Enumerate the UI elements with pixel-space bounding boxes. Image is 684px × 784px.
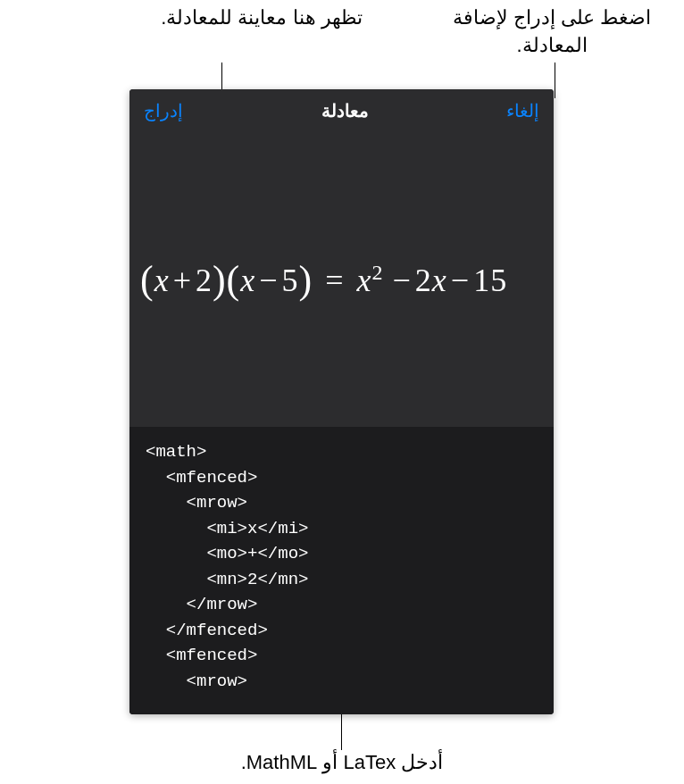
op-minus: −: [259, 263, 278, 298]
var-x: x: [154, 263, 170, 298]
equation-preview: (x+2)(x−5) = x2−2x−15: [129, 132, 554, 427]
callout-leader-line: [555, 63, 555, 98]
num-15: 15: [473, 263, 507, 298]
paren-close: ): [213, 258, 227, 302]
num-2: 2: [415, 263, 432, 298]
var-x: x: [357, 263, 372, 298]
equation-dialog: إلغاء معادلة إدراج (x+2)(x−5) = x2−2x−15…: [129, 89, 554, 714]
op-minus: −: [451, 263, 470, 298]
dialog-header: إلغاء معادلة إدراج: [129, 89, 554, 132]
var-x: x: [432, 263, 447, 298]
op-plus: +: [173, 263, 192, 298]
num-2: 2: [196, 263, 213, 298]
op-equals: =: [325, 263, 344, 298]
dialog-title: معادلة: [321, 100, 369, 121]
insert-button[interactable]: إدراج: [144, 100, 183, 121]
callout-preview-hint: تظهر هنا معاينة للمعادلة.: [137, 4, 387, 32]
op-minus: −: [393, 263, 412, 298]
paren-open: (: [227, 258, 241, 302]
equation-source-input[interactable]: <math> <mfenced> <mrow> <mi>x</mi> <mo>+…: [129, 427, 554, 714]
callout-insert-hint: اضغط على إدراج لإضافة المعادلة.: [445, 4, 659, 60]
callout-input-hint: أدخل LaTex أو MathML.: [208, 749, 476, 777]
rendered-equation: (x+2)(x−5) = x2−2x−15: [140, 257, 507, 303]
num-5: 5: [282, 263, 299, 298]
superscript-2: 2: [372, 261, 384, 284]
paren-close: ): [299, 258, 313, 302]
cancel-button[interactable]: إلغاء: [506, 100, 539, 121]
var-x: x: [240, 263, 255, 298]
paren-open: (: [140, 258, 154, 302]
